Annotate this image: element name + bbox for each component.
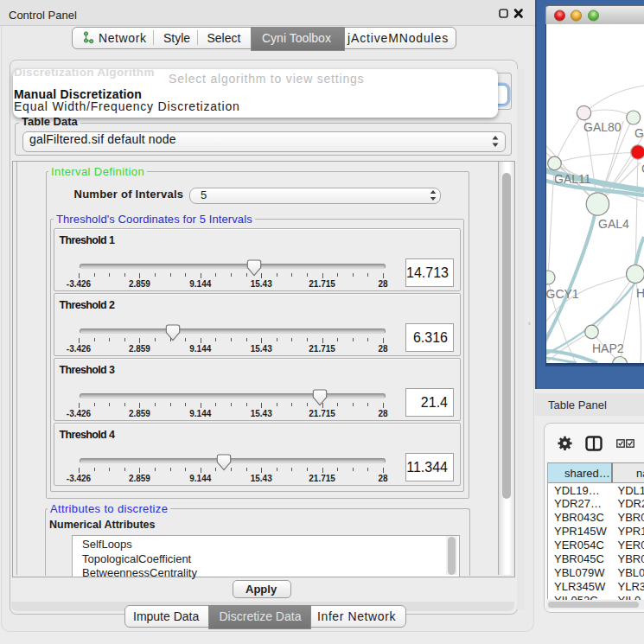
- svg-text:GA: GA: [634, 126, 644, 140]
- svg-text:GCY1: GCY1: [546, 287, 579, 301]
- svg-text:GAL4: GAL4: [598, 217, 629, 231]
- svg-text:HAP2: HAP2: [592, 341, 624, 355]
- svg-text:GAL11: GAL11: [554, 172, 591, 186]
- svg-text:GAL80: GAL80: [583, 120, 622, 134]
- svg-text:H: H: [636, 286, 644, 300]
